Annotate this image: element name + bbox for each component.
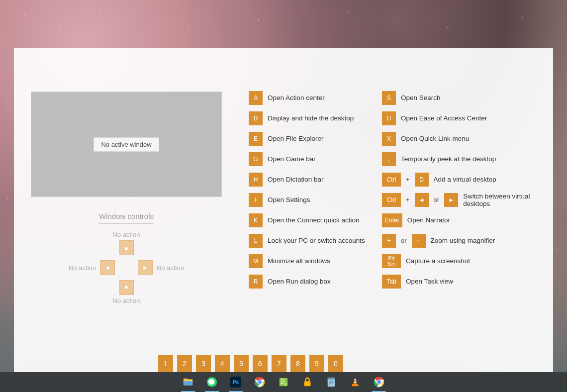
key: Ctrl	[382, 173, 401, 187]
number-key-8: 8	[290, 355, 305, 372]
key: +	[382, 234, 396, 248]
shortcut-row: HOpen Dictation bar	[249, 169, 378, 190]
dpad-up-label: No action	[113, 231, 140, 238]
shortcuts-overlay: No active window Window controls No acti…	[14, 48, 553, 372]
shortcut-desc: Switch between virtual desktops	[463, 193, 551, 207]
taskbar-notepad-icon[interactable]	[324, 375, 338, 389]
shortcut-desc: Capture a screenshot	[406, 257, 470, 265]
shortcut-desc: Lock your PC or switch accounts	[268, 237, 365, 244]
window-controls-title: Window controls	[99, 212, 154, 220]
shortcut-desc: Open Action center	[268, 94, 325, 101]
dpad-left-label: No action	[69, 264, 96, 272]
shortcut-desc: Open File Explorer	[268, 135, 324, 142]
taskbar-lock-app-icon[interactable]	[300, 375, 314, 389]
shortcut-row: PrtScnCapture a screenshot	[382, 251, 551, 271]
connector: +	[406, 176, 410, 183]
number-key-5: 5	[234, 355, 249, 372]
shortcut-row: IOpen Settings	[249, 190, 378, 210]
svg-rect-1	[184, 379, 188, 381]
shortcut-desc: Open Task view	[406, 278, 453, 285]
shortcut-row: EOpen File Explorer	[249, 128, 378, 149]
key: ►	[444, 193, 458, 207]
shortcut-row: XOpen Quick Link menu	[382, 128, 551, 149]
shortcut-desc: Add a virtual desktop	[434, 176, 496, 183]
shortcut-row: UOpen Ease of Access Center	[382, 108, 551, 128]
shortcut-row: MMinimize all windows	[249, 251, 378, 271]
key-m: M	[249, 254, 263, 268]
svg-rect-13	[328, 378, 335, 380]
key: Ctrl	[382, 193, 401, 207]
connector: +	[406, 196, 410, 203]
window-controls-dpad: No action ▲ No action ◄ ► No action ▼ No…	[31, 231, 222, 330]
dpad-up-button[interactable]: ▲	[119, 240, 134, 255]
window-controls-heading: Window controls	[31, 212, 222, 224]
svg-rect-10	[280, 378, 288, 387]
shortcut-row: AOpen Action center	[249, 88, 378, 108]
taskbar-sticky-notes-icon[interactable]	[277, 375, 290, 389]
connector: or	[401, 237, 407, 244]
dpad-left-button[interactable]: ◄	[100, 260, 115, 275]
key-r: R	[249, 275, 263, 289]
shortcut-column-b: SOpen SearchUOpen Ease of Access CenterX…	[382, 88, 551, 292]
key: −	[412, 234, 426, 248]
taskbar-whatsapp-icon[interactable]	[205, 375, 219, 389]
shortcut-desc: Open Settings	[268, 196, 310, 203]
shortcut-row: EnterOpen Narrator	[382, 210, 551, 230]
shortcut-row: LLock your PC or switch accounts	[249, 230, 378, 251]
svg-point-19	[378, 381, 380, 384]
key-l: L	[249, 234, 263, 248]
shortcut-desc: Open Quick Link menu	[401, 135, 469, 142]
number-key-2: 2	[177, 355, 192, 372]
taskbar-vlc-icon[interactable]	[348, 375, 362, 389]
shortcut-desc: Open Game bar	[268, 155, 316, 163]
no-active-window-label: No active window	[94, 137, 159, 152]
key: PrtScn	[382, 254, 401, 268]
number-key-row: 1234567890	[158, 355, 343, 372]
divider	[99, 223, 154, 224]
shortcut-row: GOpen Game bar	[249, 149, 378, 169]
shortcut-desc: Minimize all windows	[268, 257, 330, 265]
shortcut-row: DDisplay and hide the desktop	[249, 108, 378, 128]
dpad-right-label: No action	[157, 264, 184, 272]
shortcut-row: Ctrl+◄or►Switch between virtual desktops	[382, 190, 551, 210]
svg-rect-11	[304, 381, 311, 386]
shortcut-row: ROpen Run dialog box	[249, 271, 378, 292]
key-d: D	[249, 111, 263, 125]
taskbar[interactable]: Ps	[0, 372, 567, 392]
key: Enter	[382, 213, 402, 227]
number-key-6: 6	[253, 355, 268, 372]
shortcut-desc: Open Narrator	[407, 216, 450, 224]
taskbar-chrome-2-icon[interactable]	[372, 375, 386, 389]
shortcut-desc: Display and hide the desktop	[268, 114, 354, 122]
shortcut-desc: Open Run dialog box	[268, 278, 331, 285]
key: ,	[382, 152, 396, 166]
shortcut-row: SOpen Search	[382, 88, 551, 108]
key-i: I	[249, 193, 263, 207]
number-key-3: 3	[196, 355, 211, 372]
key-k: K	[249, 213, 263, 227]
key: Tab	[382, 275, 401, 289]
shortcut-desc: Temporarily peek at the desktop	[401, 155, 496, 163]
number-key-1: 1	[158, 355, 173, 372]
shortcut-desc: Zoom using magnifier	[431, 237, 495, 244]
shortcut-desc: Open Search	[401, 94, 441, 101]
number-key-7: 7	[272, 355, 286, 372]
taskbar-chrome-icon[interactable]	[253, 375, 267, 389]
number-key-9: 9	[309, 355, 324, 372]
key: X	[382, 132, 396, 146]
svg-text:Ps: Ps	[233, 380, 239, 385]
taskbar-file-explorer-icon[interactable]	[181, 375, 195, 389]
window-preview: No active window	[31, 92, 222, 197]
svg-rect-15	[354, 382, 357, 383]
key: U	[382, 111, 396, 125]
shortcut-row: Ctrl+DAdd a virtual desktop	[382, 169, 551, 190]
key-h: H	[249, 173, 263, 187]
number-key-4: 4	[215, 355, 230, 372]
dpad-right-button[interactable]: ►	[138, 260, 153, 275]
shortcut-row: KOpen the Connect quick action	[249, 210, 378, 230]
shortcut-desc: Open Ease of Access Center	[401, 114, 487, 122]
dpad-down-label: No action	[113, 297, 140, 304]
taskbar-photoshop-icon[interactable]: Ps	[229, 375, 243, 389]
connector: or	[434, 196, 440, 203]
dpad-down-button[interactable]: ▼	[119, 280, 134, 295]
